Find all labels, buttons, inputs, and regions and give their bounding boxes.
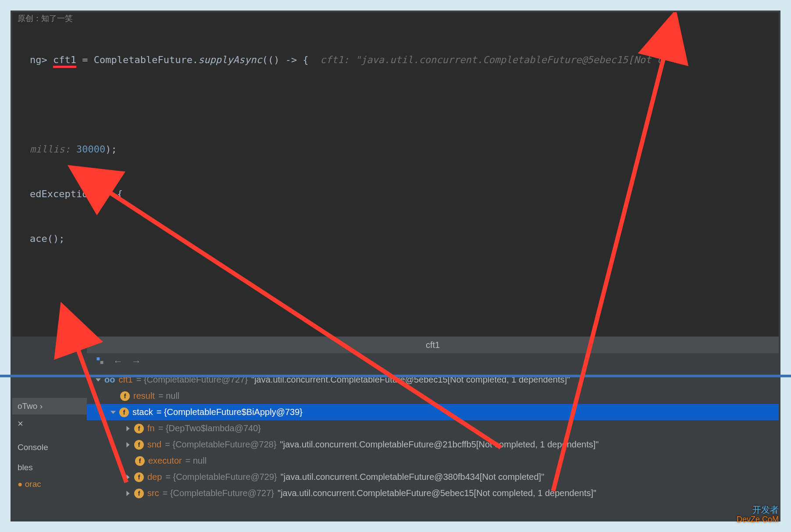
debug-left-column: oTwo › × Console bles ● orac xyxy=(12,337,87,520)
variable-row[interactable]: f executor = null xyxy=(87,453,779,469)
debug-popup-title: cft1 xyxy=(87,337,779,353)
collapse-icon[interactable] xyxy=(110,410,116,415)
expand-icon[interactable] xyxy=(125,426,131,431)
variable-row[interactable]: f result = null xyxy=(87,388,779,404)
var-type: = {CompletableFuture@728} xyxy=(165,440,276,450)
watermark-bottom-right: 开发者 DevZe.CoM xyxy=(737,505,779,524)
var-value: "java.util.concurrent.CompletableFuture@… xyxy=(281,472,545,482)
var-type: = {DepTwo$lambda@740} xyxy=(158,423,261,433)
var-type: = null xyxy=(158,391,179,401)
code-line xyxy=(30,97,779,112)
variable-row[interactable]: f dep = {CompletableFuture@729} "java.ut… xyxy=(87,469,779,485)
debug-toolbar: ← → xyxy=(87,353,779,370)
expand-icon[interactable] xyxy=(125,475,131,480)
field-icon: f xyxy=(134,472,144,482)
collapse-icon[interactable] xyxy=(96,377,101,383)
var-name: result xyxy=(133,391,155,401)
expand-icon[interactable] xyxy=(125,491,131,496)
svg-rect-1 xyxy=(100,361,103,364)
code-line: ace(); xyxy=(30,231,779,246)
var-name: snd xyxy=(147,440,161,450)
var-type: = {CompletableFuture@729} xyxy=(165,472,277,482)
var-name: stack xyxy=(132,407,153,417)
field-icon: f xyxy=(134,440,144,450)
variable-row[interactable]: f stack = {CompletableFuture$BiApply@739… xyxy=(87,404,779,420)
debug-divider xyxy=(0,375,791,377)
debug-tab[interactable]: oTwo › xyxy=(12,398,87,415)
debug-panel: oTwo › × Console bles ● orac cft1 ← → oo… xyxy=(12,337,779,520)
svg-rect-0 xyxy=(97,357,100,360)
var-cft1: cft1 xyxy=(53,54,76,68)
app-frame: ng> cft1 = CompletableFuture.supplyAsync… xyxy=(11,11,780,521)
forward-icon[interactable]: → xyxy=(132,356,141,367)
var-value: "java.util.concurrent.CompletableFuture@… xyxy=(280,440,599,450)
var-value: "java.util.concurrent.CompletableFuture@… xyxy=(278,488,596,498)
expand-icon[interactable] xyxy=(125,442,131,447)
target-icon[interactable] xyxy=(96,356,104,367)
code-line: ng> cft1 = CompletableFuture.supplyAsync… xyxy=(30,53,779,67)
var-type: = {CompletableFuture@727} xyxy=(163,488,274,498)
var-name: executor xyxy=(148,456,182,466)
field-icon: f xyxy=(119,408,129,417)
field-icon: f xyxy=(120,391,130,401)
field-icon: f xyxy=(135,456,145,466)
orac-label: ● orac xyxy=(12,476,87,493)
var-name: src xyxy=(147,488,159,498)
close-icon[interactable]: × xyxy=(12,415,87,433)
variable-row[interactable]: f src = {CompletableFuture@727} "java.ut… xyxy=(87,485,779,501)
variable-row[interactable]: f snd = {CompletableFuture@728} "java.ut… xyxy=(87,436,779,453)
inline-hint: cft1: "java.util.concurrent.CompletableF… xyxy=(309,54,663,65)
back-icon[interactable]: ← xyxy=(113,356,123,367)
field-icon: f xyxy=(134,424,144,433)
variables-tree[interactable]: oo cft1 = {CompletableFuture@727} "java.… xyxy=(87,372,779,520)
variables-tab[interactable]: bles xyxy=(12,459,87,476)
var-type: = {CompletableFuture$BiApply@739} xyxy=(157,407,303,417)
variable-row[interactable]: f fn = {DepTwo$lambda@740} xyxy=(87,420,779,436)
watermark-top-label: 原创：知了一笑 xyxy=(18,13,73,24)
field-icon: f xyxy=(134,489,144,498)
code-line: millis: 30000); xyxy=(30,142,779,157)
console-tab[interactable]: Console xyxy=(12,439,87,456)
variable-row[interactable]: oo cft1 = {CompletableFuture@727} "java.… xyxy=(87,372,779,388)
code-line: edException e) { xyxy=(30,187,779,202)
var-name: fn xyxy=(147,423,155,433)
var-type: = null xyxy=(185,456,207,466)
var-name: dep xyxy=(147,472,162,482)
